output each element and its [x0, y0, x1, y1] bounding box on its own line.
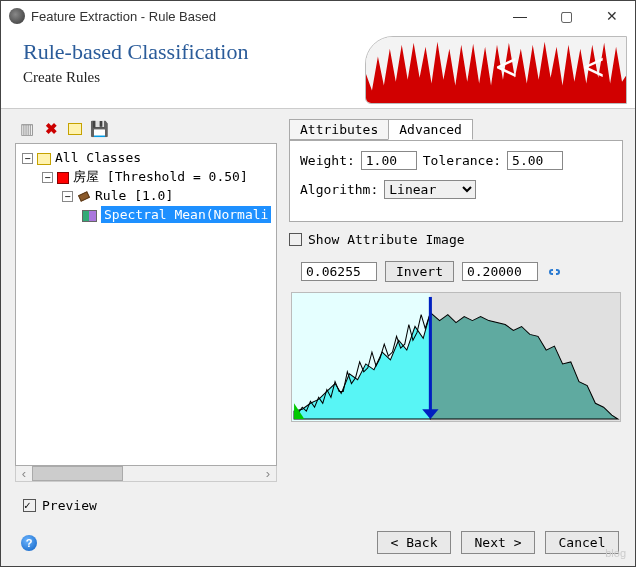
tab-attributes[interactable]: Attributes	[289, 119, 389, 140]
preview-row: Preview	[1, 496, 635, 513]
scroll-left-icon[interactable]: ‹	[16, 466, 32, 481]
svg-text:<: <	[582, 45, 605, 88]
tree-rule[interactable]: −Rule [1.0]	[20, 186, 272, 205]
titlebar: Feature Extraction - Rule Based — ▢ ✕	[1, 1, 635, 31]
tree-hscrollbar[interactable]: ‹ ›	[15, 466, 277, 482]
svg-text:<: <	[495, 45, 518, 88]
rule-icon	[77, 191, 91, 203]
tree-root[interactable]: −All Classes	[20, 148, 272, 167]
tree-toolbar: ▥ ✖ 💾	[15, 119, 277, 143]
delete-icon[interactable]: ✖	[41, 119, 61, 139]
collapse-icon[interactable]: −	[62, 191, 73, 202]
show-attr-image-checkbox[interactable]	[289, 233, 302, 246]
range-row: Invert	[301, 261, 623, 282]
app-icon	[9, 8, 25, 24]
close-button[interactable]: ✕	[589, 1, 635, 31]
tree-class[interactable]: −房屋 [Threshold = 0.50]	[20, 167, 272, 186]
tab-advanced-body: Weight: Tolerance: Algorithm: Linear	[289, 140, 623, 222]
tabs: Attributes Advanced	[289, 119, 623, 140]
weight-label: Weight:	[300, 153, 355, 168]
class-color-icon	[57, 172, 69, 184]
collapse-icon[interactable]: −	[42, 172, 53, 183]
tolerance-input[interactable]	[507, 151, 563, 170]
save-icon[interactable]: 💾	[89, 119, 109, 139]
tree-attribute[interactable]: Spectral Mean(Normali	[20, 205, 272, 224]
preview-checkbox[interactable]	[23, 499, 36, 512]
next-button[interactable]: Next >	[461, 531, 535, 554]
invert-button[interactable]: Invert	[385, 261, 454, 282]
attribute-icon	[82, 210, 97, 222]
bottom-bar: ? < Back Next > Cancel	[1, 523, 635, 566]
back-button[interactable]: < Back	[377, 531, 451, 554]
maximize-button[interactable]: ▢	[543, 1, 589, 31]
content: Rule-based Classification Create Rules <…	[1, 31, 635, 566]
tab-advanced[interactable]: Advanced	[388, 119, 473, 140]
tolerance-label: Tolerance:	[423, 153, 501, 168]
range-min-input[interactable]	[301, 262, 377, 281]
scroll-thumb[interactable]	[32, 466, 123, 481]
show-attr-image-label: Show Attribute Image	[308, 232, 465, 247]
banner: Rule-based Classification Create Rules <…	[1, 31, 635, 109]
add-class-icon[interactable]: ▥	[17, 119, 37, 139]
cancel-button[interactable]: Cancel	[545, 531, 619, 554]
tree-class-label: 房屋 [Threshold = 0.50]	[73, 169, 248, 184]
collapse-icon[interactable]: −	[22, 153, 33, 164]
help-icon[interactable]: ?	[21, 535, 37, 551]
minimize-button[interactable]: —	[497, 1, 543, 31]
algorithm-select[interactable]: Linear	[384, 180, 476, 199]
tree-attribute-label: Spectral Mean(Normali	[101, 206, 271, 223]
window: Feature Extraction - Rule Based — ▢ ✕ Ru…	[0, 0, 636, 567]
mid: ▥ ✖ 💾 −All Classes −房屋 [Threshold = 0.50…	[1, 109, 635, 486]
weight-input[interactable]	[361, 151, 417, 170]
algorithm-label: Algorithm:	[300, 182, 378, 197]
right-pane: Attributes Advanced Weight: Tolerance: A…	[285, 119, 623, 482]
link-range-icon[interactable]	[546, 264, 562, 280]
banner-graphic: < <	[365, 36, 627, 104]
class-tree[interactable]: −All Classes −房屋 [Threshold = 0.50] −Rul…	[15, 143, 277, 466]
tree-root-label: All Classes	[55, 150, 141, 165]
window-title: Feature Extraction - Rule Based	[31, 9, 216, 24]
histogram[interactable]	[291, 292, 621, 422]
scroll-right-icon[interactable]: ›	[260, 466, 276, 481]
left-pane: ▥ ✖ 💾 −All Classes −房屋 [Threshold = 0.50…	[15, 119, 277, 482]
open-folder-icon[interactable]	[65, 119, 85, 139]
preview-label: Preview	[42, 498, 97, 513]
show-attr-image-row: Show Attribute Image	[289, 232, 623, 247]
folder-icon	[37, 153, 51, 165]
banner-subtitle: Create Rules	[23, 69, 365, 86]
banner-title: Rule-based Classification	[23, 39, 365, 65]
tree-rule-label: Rule [1.0]	[95, 188, 173, 203]
range-max-input[interactable]	[462, 262, 538, 281]
